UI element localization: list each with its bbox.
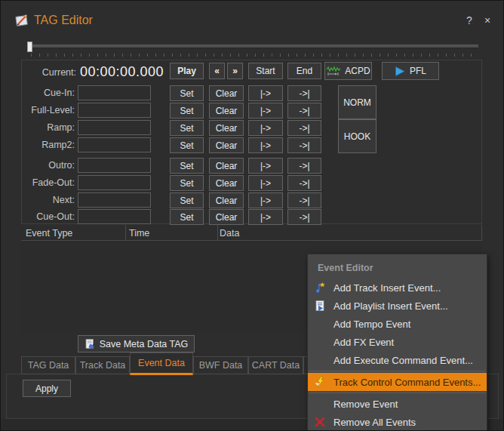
tab-tag-data[interactable]: TAG Data [21,356,75,374]
event-editor-context-menu: Event Editor Add Track Insert Event...Ad… [307,254,487,431]
slider-tick [338,54,339,57]
end-button[interactable]: End [287,63,321,79]
next-jump-to-start-button[interactable]: |-> [248,192,283,208]
menu-item-remove-all-events[interactable]: Remove All Events [308,413,487,431]
cue-out-clear-button[interactable]: Clear [209,209,244,225]
full-level-jump-to-start-button[interactable]: |-> [248,103,283,119]
ramp2-input[interactable] [78,137,151,152]
fade-out-set-button[interactable]: Set [170,175,204,191]
close-button[interactable]: × [481,14,494,26]
ramp2-set-button[interactable]: Set [170,137,204,153]
slider-tick [380,54,380,57]
apply-button[interactable]: Apply [23,380,71,397]
tab-cart-data[interactable]: CART Data [248,356,303,374]
outro-clear-button[interactable]: Clear [209,158,244,174]
current-time: 00:00:00.000 [80,64,164,80]
hook-button[interactable]: HOOK [338,119,376,153]
ramp2-jump-to-start-button[interactable]: |-> [248,137,283,153]
slider-tick [230,54,231,57]
ramp-set-button[interactable]: Set [170,120,204,136]
menu-item-add-playlist-insert-event[interactable]: Add Playlist Insert Event... [308,297,487,315]
menu-item-label: Add Track Insert Event... [333,282,441,294]
outro-jump-to-start-button[interactable]: |-> [248,158,283,174]
help-button[interactable]: ? [463,14,476,26]
ramp-input[interactable] [78,120,151,135]
outro-set-button[interactable]: Set [170,158,204,174]
cue-out-jump-to-start-button[interactable]: |-> [248,209,283,225]
cue-in-jump-to-end-button[interactable]: ->| [287,85,321,101]
full-level-jump-to-end-button[interactable]: ->| [287,103,321,119]
note-star-icon [314,282,326,294]
slider-tick [139,54,140,57]
slider-track[interactable] [28,45,478,48]
slider-tick [247,54,247,57]
cue-out-label: Cue-Out: [14,209,75,224]
menu-item-track-control-command-events[interactable]: Track Control Command Events... [308,373,487,391]
ramp-label: Ramp: [14,120,75,135]
position-slider[interactable] [23,40,484,58]
slider-tick [106,54,106,57]
outro-input[interactable] [78,158,151,173]
slider-tick [263,54,264,57]
column-header-time[interactable]: Time [129,228,149,239]
tag-editor-window: TAG Editor ? × Current: 00:00:00.000 Pla… [0,0,504,431]
menu-item-add-tempo-event[interactable]: Add Tempo Event [308,315,487,333]
full-level-label: Full-Level: [14,103,75,118]
menu-item-remove-event[interactable]: Remove Event [308,395,487,413]
ramp-jump-to-end-button[interactable]: ->| [287,120,321,136]
slider-tick [297,54,297,57]
pfl-button[interactable]: PFL [382,62,439,80]
next-input[interactable] [78,192,151,208]
full-level-input[interactable] [78,103,151,118]
step-forward-button[interactable]: » [227,63,243,79]
tab-track-data[interactable]: Track Data [75,356,130,374]
slider-tick [64,54,65,57]
next-clear-button[interactable]: Clear [209,192,244,208]
acpd-button[interactable]: ACPD [324,62,372,80]
tab-bwf-data[interactable]: BWF Data [193,356,248,374]
norm-button[interactable]: NORM [338,85,376,119]
menu-item-add-track-insert-event[interactable]: Add Track Insert Event... [308,279,487,297]
column-header-data[interactable]: Data [220,228,239,239]
slider-tick [463,54,463,57]
slider-tick [180,54,181,57]
save-meta-data-tag-button[interactable]: Save Meta Data TAG [78,335,195,352]
slider-ticks [28,54,478,57]
menu-item-add-execute-command-event[interactable]: Add Execute Command Event... [308,351,487,369]
step-back-button[interactable]: « [209,63,225,79]
slider-tick [255,54,256,57]
ramp-clear-button[interactable]: Clear [209,120,244,136]
fade-out-input[interactable] [78,175,151,190]
slider-tick [205,54,206,57]
slider-tick [471,54,472,57]
cue-in-clear-button[interactable]: Clear [209,85,244,101]
full-level-set-button[interactable]: Set [170,103,204,119]
outro-jump-to-end-button[interactable]: ->| [287,158,321,174]
fade-out-jump-to-end-button[interactable]: ->| [287,175,321,191]
fade-out-clear-button[interactable]: Clear [209,175,244,191]
slider-tick [355,54,355,57]
slider-thumb[interactable] [27,42,32,52]
cue-in-jump-to-start-button[interactable]: |-> [248,85,283,101]
cue-in-set-button[interactable]: Set [170,85,204,101]
start-button[interactable]: Start [248,63,283,79]
cue-out-input[interactable] [78,209,151,224]
fade-out-jump-to-start-button[interactable]: |-> [248,175,283,191]
cue-in-input[interactable] [78,85,151,100]
menu-item-add-fx-event[interactable]: Add FX Event [308,333,487,351]
ramp2-jump-to-end-button[interactable]: ->| [287,137,321,153]
tab-event-data[interactable]: Event Data [130,352,193,375]
context-menu-title: Event Editor [308,257,487,279]
next-jump-to-end-button[interactable]: ->| [287,192,321,208]
command-icon [314,376,326,388]
play-button[interactable]: Play [170,63,204,79]
cue-out-set-button[interactable]: Set [170,209,204,225]
ramp-jump-to-start-button[interactable]: |-> [248,120,283,136]
next-set-button[interactable]: Set [170,192,204,208]
ramp2-clear-button[interactable]: Clear [209,137,244,153]
full-level-clear-button[interactable]: Clear [209,103,244,119]
slider-tick [81,54,81,57]
column-header-event-type[interactable]: Event Type [26,228,72,239]
outro-label: Outro: [14,158,75,173]
cue-out-jump-to-end-button[interactable]: ->| [287,209,321,225]
